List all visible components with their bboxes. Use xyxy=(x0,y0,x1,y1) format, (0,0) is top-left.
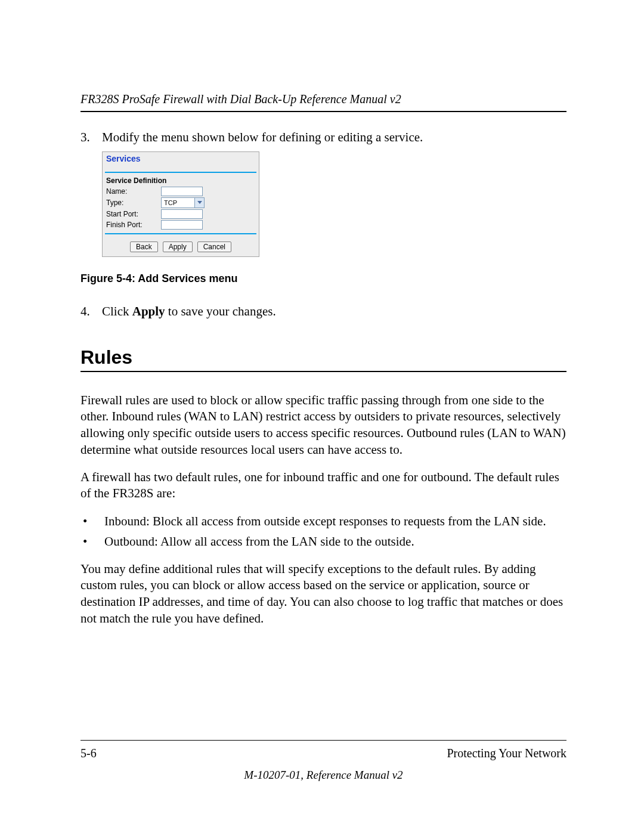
document-page: FR328S ProSafe Firewall with Dial Back-U… xyxy=(0,0,644,833)
chevron-down-icon xyxy=(195,197,205,208)
rules-paragraph-1: Firewall rules are used to block or allo… xyxy=(80,392,566,459)
figure-5-4: Services Service Definition Name: Type: … xyxy=(102,151,566,257)
step-3-number: 3. xyxy=(80,129,102,145)
type-select[interactable]: TCP xyxy=(161,197,205,208)
panel-divider-bottom xyxy=(105,233,256,234)
services-panel: Services Service Definition Name: Type: … xyxy=(102,151,259,257)
step-4-number: 4. xyxy=(80,303,102,320)
finish-port-label: Finish Port: xyxy=(106,221,161,229)
start-port-row: Start Port: xyxy=(103,209,259,219)
services-panel-title: Services xyxy=(103,152,259,172)
header-rule xyxy=(80,111,566,112)
list-item: • Outbound: Allow all access from the LA… xyxy=(80,533,566,550)
default-rules-list: • Inbound: Block all access from outside… xyxy=(80,513,566,550)
footer-rule xyxy=(80,740,566,741)
page-footer: 5-6 Protecting Your Network M-10207-01, … xyxy=(80,740,566,782)
apply-button[interactable]: Apply xyxy=(163,241,193,252)
bullet-icon: • xyxy=(80,533,104,550)
chapter-title: Protecting Your Network xyxy=(447,747,566,760)
footer-row: 5-6 Protecting Your Network xyxy=(80,747,566,760)
start-port-label: Start Port: xyxy=(106,210,161,218)
running-header: FR328S ProSafe Firewall with Dial Back-U… xyxy=(80,92,566,106)
cancel-button[interactable]: Cancel xyxy=(197,241,231,252)
step-4-text: Click Apply to save your changes. xyxy=(102,303,566,320)
finish-port-row: Finish Port: xyxy=(103,219,259,233)
list-item: • Inbound: Block all access from outside… xyxy=(80,513,566,529)
page-number: 5-6 xyxy=(80,747,97,760)
step-4-bold: Apply xyxy=(132,304,165,318)
name-label: Name: xyxy=(106,187,161,196)
step-4-post: to save your changes. xyxy=(165,304,276,318)
type-select-value: TCP xyxy=(161,197,195,208)
rules-paragraph-2: A firewall has two default rules, one fo… xyxy=(80,469,566,502)
bullet-icon: • xyxy=(80,513,104,529)
panel-button-row: Back Apply Cancel xyxy=(103,238,259,256)
rules-heading: Rules xyxy=(80,346,566,368)
bullet-text-2: Outbound: Allow all access from the LAN … xyxy=(104,533,414,550)
panel-divider-top xyxy=(105,172,256,173)
step-4-pre: Click xyxy=(102,304,132,318)
step-4: 4. Click Apply to save your changes. xyxy=(80,303,566,320)
rules-paragraph-3: You may define additional rules that wil… xyxy=(80,561,566,627)
type-label: Type: xyxy=(106,199,161,207)
finish-port-input[interactable] xyxy=(161,220,203,230)
step-3: 3. Modify the menu shown below for defin… xyxy=(80,129,566,145)
figure-caption: Figure 5-4: Add Services menu xyxy=(80,272,566,285)
start-port-input[interactable] xyxy=(161,209,203,219)
name-input[interactable] xyxy=(161,187,203,196)
bullet-text-1: Inbound: Block all access from outside e… xyxy=(104,513,546,529)
type-row: Type: TCP xyxy=(103,197,259,209)
name-row: Name: xyxy=(103,186,259,197)
footer-doc-id: M-10207-01, Reference Manual v2 xyxy=(80,769,566,782)
back-button[interactable]: Back xyxy=(130,241,158,252)
step-3-text: Modify the menu shown below for defining… xyxy=(102,129,566,145)
service-definition-label: Service Definition xyxy=(103,176,259,186)
rules-heading-rule xyxy=(80,371,566,372)
